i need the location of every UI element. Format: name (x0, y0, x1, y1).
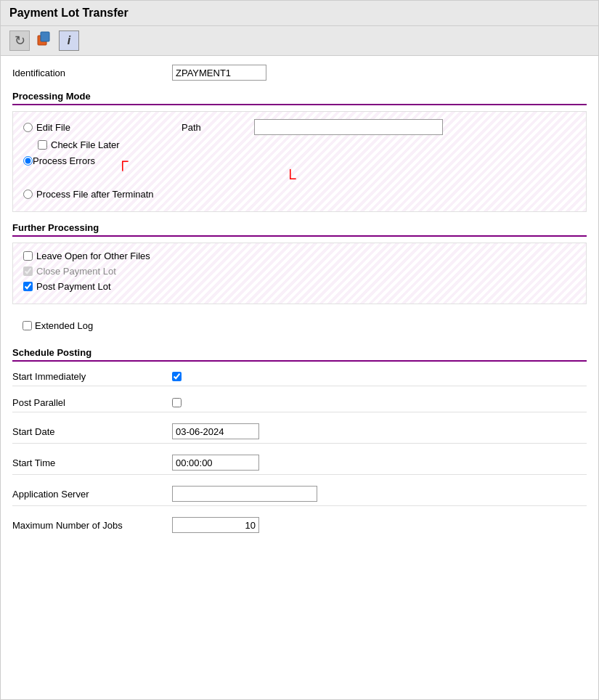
close-lot-label: Close Payment Lot (36, 266, 116, 277)
further-processing-title: Further Processing (12, 222, 587, 237)
start-date-row: Start Date (12, 420, 587, 444)
start-immediately-row: Start Immediately (12, 367, 587, 386)
start-immediately-label: Start Immediately (12, 371, 172, 382)
close-lot-checkbox[interactable] (23, 266, 33, 276)
start-immediately-checkbox[interactable] (172, 372, 182, 381)
check-file-later-row: Check File Later (23, 139, 576, 150)
edit-file-label: Edit File (36, 122, 182, 133)
post-lot-label: Post Payment Lot (36, 281, 111, 292)
schedule-posting-section: Schedule Posting Start Immediately Post … (12, 347, 587, 537)
main-content: Identification Processing Mode Edit File… (1, 56, 598, 553)
app-server-row: Application Server (12, 482, 587, 506)
start-time-label: Start Time (12, 457, 172, 468)
process-file-label: Process File after Terminatn (36, 189, 154, 200)
copy-icon (36, 30, 53, 52)
start-time-row: Start Time (12, 451, 587, 475)
close-lot-row: Close Payment Lot (23, 266, 576, 277)
main-window: Payment Lot Transfer ↻ i Identification (0, 0, 599, 700)
info-button[interactable]: i (59, 30, 79, 51)
app-server-label: Application Server (12, 489, 172, 500)
identification-input[interactable] (172, 65, 266, 81)
post-parallel-row: Post Parallel (12, 394, 587, 412)
leave-open-row: Leave Open for Other Files (23, 251, 576, 261)
process-file-radio[interactable] (23, 190, 33, 199)
extended-log-row: Extended Log (12, 314, 587, 337)
path-input[interactable] (254, 119, 443, 135)
process-file-row: Process File after Terminatn (23, 189, 576, 200)
red-bracket-close-icon: └ (285, 172, 296, 185)
copy-svg-icon (36, 30, 53, 47)
edit-file-radio[interactable] (23, 123, 33, 132)
processing-mode-section: Processing Mode Edit File Path Check Fil… (12, 91, 587, 212)
process-errors-row: Process Errors ┌ (23, 155, 576, 168)
svg-rect-1 (41, 32, 49, 41)
title-bar: Payment Lot Transfer (1, 1, 598, 26)
post-parallel-checkbox[interactable] (172, 398, 182, 407)
extended-log-checkbox[interactable] (23, 321, 32, 330)
start-time-input[interactable] (172, 455, 259, 471)
check-file-later-label: Check File Later (51, 139, 120, 150)
schedule-posting-title: Schedule Posting (12, 347, 587, 362)
refresh-button[interactable]: ↻ (9, 30, 30, 51)
process-errors-label: Process Errors (33, 155, 95, 166)
max-jobs-label: Maximum Number of Jobs (12, 520, 172, 531)
check-file-later-checkbox[interactable] (38, 140, 47, 150)
further-processing-body: Leave Open for Other Files Close Payment… (12, 243, 587, 304)
process-errors-bracket-close: └ (38, 172, 576, 185)
processing-mode-title: Processing Mode (12, 91, 587, 105)
toolbar: ↻ i (1, 26, 598, 56)
start-date-label: Start Date (12, 426, 172, 437)
extended-log-label: Extended Log (35, 320, 93, 331)
info-icon: i (68, 34, 70, 47)
post-lot-checkbox[interactable] (23, 282, 33, 291)
window-title: Payment Lot Transfer (9, 7, 129, 19)
path-label: Path (182, 122, 254, 133)
max-jobs-row: Maximum Number of Jobs (12, 513, 587, 537)
processing-mode-body: Edit File Path Check File Later Process … (12, 111, 587, 212)
post-parallel-label: Post Parallel (12, 397, 172, 408)
copy-button[interactable] (34, 30, 54, 51)
start-date-input[interactable] (172, 423, 259, 439)
process-errors-radio[interactable] (23, 156, 33, 166)
leave-open-label: Leave Open for Other Files (36, 251, 150, 261)
red-bracket-icon: ┌ (117, 155, 129, 168)
further-processing-section: Further Processing Leave Open for Other … (12, 222, 587, 304)
post-lot-row: Post Payment Lot (23, 281, 576, 292)
identification-label: Identification (12, 68, 172, 78)
identification-row: Identification (12, 65, 587, 81)
edit-file-row: Edit File Path (23, 119, 576, 135)
leave-open-checkbox[interactable] (23, 251, 33, 261)
app-server-input[interactable] (172, 486, 317, 502)
refresh-icon: ↻ (15, 33, 25, 49)
max-jobs-input[interactable] (172, 517, 259, 533)
